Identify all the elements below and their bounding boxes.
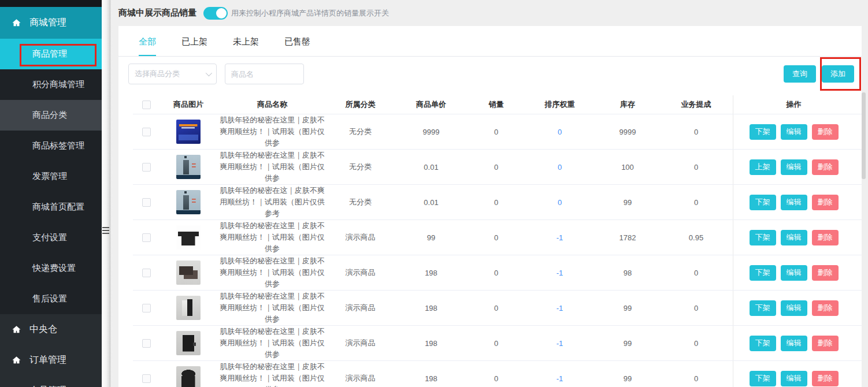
row-checkbox[interactable]: [142, 233, 151, 242]
tab-3[interactable]: 已售罄: [284, 35, 310, 56]
product-category: 演示商品: [327, 326, 394, 360]
table-header-row: 商品图片商品名称所属分类商品单价销量排序权重库存业务提成操作: [133, 95, 862, 114]
add-button[interactable]: 添加: [822, 65, 854, 83]
sidebar-subitem-7[interactable]: 快递费设置: [0, 253, 102, 284]
shelf-button[interactable]: 下架: [750, 230, 776, 245]
sort-weight-link[interactable]: 0: [558, 163, 562, 172]
scrollbar-thumb[interactable]: [862, 92, 866, 179]
shelf-button[interactable]: 下架: [750, 336, 776, 351]
sidebar-splitter[interactable]: [102, 0, 112, 387]
product-category: 无分类: [327, 185, 394, 219]
sidebar-item-2[interactable]: 人员管理: [0, 375, 102, 387]
product-price: 198: [394, 361, 469, 387]
product-stock: 100: [596, 150, 659, 184]
product-commission: 0: [659, 361, 733, 387]
sidebar-subitem-5[interactable]: 商城首页配置: [0, 192, 102, 222]
delete-button[interactable]: 删除: [812, 230, 839, 245]
product-name-input[interactable]: [225, 64, 304, 84]
tab-1[interactable]: 已上架: [181, 35, 207, 56]
product-sales: 0: [469, 326, 524, 360]
product-stock: 99: [596, 326, 659, 360]
sidebar-subitem-8[interactable]: 售后设置: [0, 284, 102, 314]
product-sales: 0: [469, 185, 524, 219]
product-name: 肌肤年轻的秘密在这里｜皮肤不爽用顺丝坊！｜试用装（图片仅供参: [217, 220, 327, 255]
sort-weight-link[interactable]: -1: [557, 374, 563, 383]
select-all-checkbox[interactable]: [142, 101, 151, 109]
edit-button[interactable]: 编辑: [781, 371, 807, 386]
sidebar-item-1[interactable]: 订单管理: [0, 345, 102, 375]
row-actions: 下架编辑删除: [733, 291, 854, 325]
table-row: 肌肤年轻的秘密在这里｜皮肤不爽用顺丝坊！｜试用装（图片仅供参 演示商品 198 …: [133, 255, 862, 291]
tab-0[interactable]: 全部: [139, 35, 156, 56]
row-checkbox[interactable]: [142, 128, 151, 136]
toggle-knob: [216, 8, 227, 18]
product-category: 演示商品: [327, 255, 394, 290]
product-price: 198: [394, 326, 469, 360]
sidebar-subitem-3[interactable]: 商品标签管理: [0, 131, 102, 161]
shelf-button[interactable]: 下架: [750, 195, 776, 210]
sort-weight-link[interactable]: -1: [557, 233, 563, 242]
product-stock: 99: [596, 291, 659, 325]
sidebar-subitem-2[interactable]: 商品分类: [0, 100, 102, 131]
sidebar-bottom-items: 中央仓订单管理人员管理: [0, 314, 102, 387]
edit-button[interactable]: 编辑: [781, 230, 807, 245]
delete-button[interactable]: 删除: [812, 195, 839, 210]
sidebar-subitem-6[interactable]: 支付设置: [0, 222, 102, 253]
product-stock: 9999: [596, 114, 659, 149]
edit-button[interactable]: 编辑: [781, 195, 807, 210]
row-checkbox[interactable]: [142, 339, 151, 348]
delete-button[interactable]: 删除: [812, 159, 839, 175]
delete-button[interactable]: 删除: [812, 300, 839, 316]
shelf-button[interactable]: 下架: [750, 300, 776, 316]
product-sales: 0: [469, 114, 524, 149]
delete-button[interactable]: 删除: [812, 336, 839, 351]
sort-weight-link[interactable]: -1: [557, 304, 563, 312]
table-scrollbar[interactable]: [862, 92, 866, 387]
sidebar-item-0[interactable]: 中央仓: [0, 314, 102, 345]
row-checkbox[interactable]: [142, 269, 151, 277]
product-sales: 0: [469, 255, 524, 290]
product-image: [176, 225, 201, 250]
row-checkbox[interactable]: [142, 374, 151, 383]
product-image: [176, 190, 201, 214]
sidebar-item-mall-management[interactable]: 商城管理: [0, 7, 102, 39]
search-button[interactable]: 查询: [784, 65, 816, 83]
category-select[interactable]: 选择商品分类: [128, 64, 217, 84]
edit-button[interactable]: 编辑: [781, 124, 807, 140]
drag-handle-icon[interactable]: [102, 227, 109, 236]
product-commission: 0: [659, 114, 733, 149]
edit-button[interactable]: 编辑: [781, 336, 807, 351]
delete-button[interactable]: 删除: [812, 265, 839, 281]
shelf-button[interactable]: 下架: [750, 265, 776, 281]
product-commission: 0: [659, 185, 733, 219]
shelf-button[interactable]: 下架: [750, 124, 776, 140]
delete-button[interactable]: 删除: [812, 371, 839, 386]
product-image: [176, 261, 201, 285]
sales-display-toggle[interactable]: [203, 7, 228, 20]
product-sales: 0: [469, 150, 524, 184]
tab-2[interactable]: 未上架: [233, 35, 259, 56]
product-category: 演示商品: [327, 291, 394, 325]
row-checkbox[interactable]: [142, 304, 151, 312]
edit-button[interactable]: 编辑: [781, 265, 807, 281]
shelf-button[interactable]: 上架: [750, 159, 776, 175]
sidebar-subitem-1[interactable]: 积分商城管理: [0, 69, 102, 100]
shelf-button[interactable]: 下架: [750, 371, 776, 386]
table-row: 肌肤年轻的秘密在这｜皮肤不爽用顺丝坊！｜试用装（图片仅供参考 无分类 0.01 …: [133, 185, 862, 220]
sidebar-item-label: 中央仓: [29, 323, 57, 336]
sort-weight-link[interactable]: 0: [558, 198, 562, 207]
edit-button[interactable]: 编辑: [781, 159, 807, 175]
delete-button[interactable]: 删除: [812, 124, 839, 140]
sidebar-subitem-0[interactable]: 商品管理: [0, 39, 102, 69]
sort-weight-link[interactable]: -1: [557, 339, 563, 348]
row-checkbox[interactable]: [142, 198, 151, 207]
product-stock: 1782: [596, 220, 659, 255]
edit-button[interactable]: 编辑: [781, 300, 807, 316]
product-price: 198: [394, 255, 469, 290]
sort-weight-link[interactable]: 0: [558, 128, 562, 136]
row-actions: 下架编辑删除: [733, 326, 854, 360]
row-checkbox[interactable]: [142, 163, 151, 172]
product-image: [176, 331, 201, 355]
sidebar-subitem-4[interactable]: 发票管理: [0, 161, 102, 192]
sort-weight-link[interactable]: -1: [557, 269, 563, 277]
